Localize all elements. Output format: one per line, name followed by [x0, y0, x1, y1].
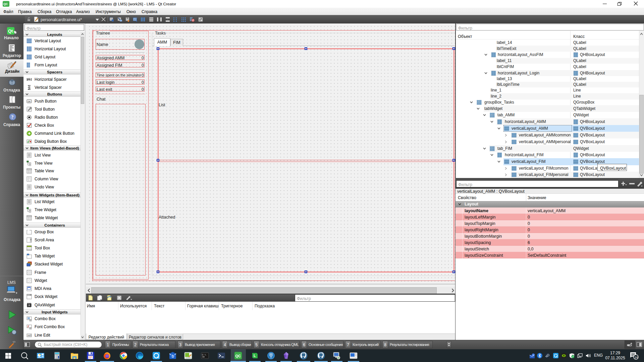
svg-text:OK: OK	[28, 101, 31, 103]
svg-text:Qt: Qt	[8, 28, 13, 34]
svg-text:L: L	[254, 354, 256, 358]
svg-text:?: ?	[11, 114, 14, 120]
svg-text:F: F	[27, 325, 30, 328]
svg-text:QC: QC	[235, 354, 241, 358]
svg-text:b: b	[172, 354, 174, 359]
svg-text:C:\: C:\	[202, 354, 206, 356]
svg-text:14: 14	[635, 356, 638, 359]
svg-text:123: 123	[133, 18, 137, 20]
svg-text:AB: AB	[28, 335, 30, 337]
